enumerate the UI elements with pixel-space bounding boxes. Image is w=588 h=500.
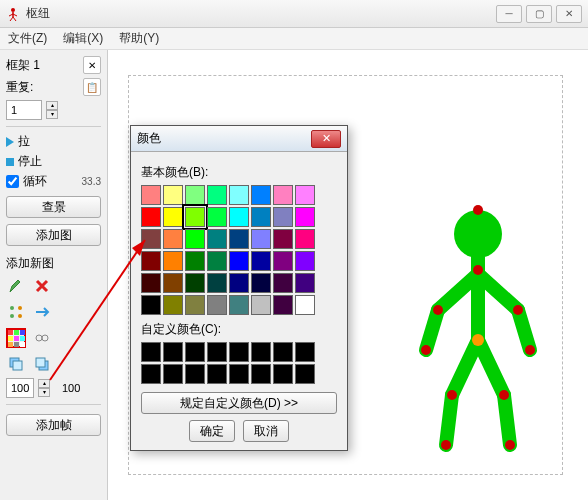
minimize-button[interactable]: ─ <box>496 5 522 23</box>
color-swatch[interactable] <box>295 251 315 271</box>
custom-swatch[interactable] <box>251 342 271 362</box>
custom-swatch[interactable] <box>163 342 183 362</box>
color-swatch[interactable] <box>163 207 183 227</box>
custom-swatch[interactable] <box>141 364 161 384</box>
color-swatch[interactable] <box>207 295 227 315</box>
color-swatch[interactable] <box>273 185 293 205</box>
color-swatch[interactable] <box>163 185 183 205</box>
dialog-titlebar[interactable]: 颜色 ✕ <box>131 126 347 152</box>
color-palette-button[interactable] <box>6 328 26 348</box>
add-image-button[interactable]: 添加图 <box>6 224 101 246</box>
scale-a-spinner[interactable]: ▴▾ <box>38 379 50 397</box>
repeat-spinner[interactable]: ▴▾ <box>46 101 58 119</box>
color-swatch[interactable] <box>141 273 161 293</box>
close-button[interactable]: ✕ <box>556 5 582 23</box>
color-swatch[interactable] <box>163 295 183 315</box>
stop-button[interactable]: 停止 <box>6 153 101 170</box>
color-swatch[interactable] <box>229 207 249 227</box>
join-icon[interactable] <box>32 328 52 348</box>
delete-icon[interactable] <box>32 276 52 296</box>
scale-b-value: 100 <box>62 382 80 394</box>
color-swatch[interactable] <box>273 273 293 293</box>
add-frame-button[interactable]: 添加帧 <box>6 414 101 436</box>
color-swatch[interactable] <box>207 185 227 205</box>
color-swatch[interactable] <box>141 207 161 227</box>
svg-point-11 <box>42 335 48 341</box>
color-swatch[interactable] <box>185 273 205 293</box>
color-swatch[interactable] <box>185 185 205 205</box>
svg-point-7 <box>18 306 22 310</box>
layer-front-icon[interactable] <box>6 354 26 374</box>
stick-figure[interactable] <box>388 200 568 460</box>
menu-edit[interactable]: 编辑(X) <box>63 30 103 47</box>
color-swatch[interactable] <box>295 207 315 227</box>
color-swatch[interactable] <box>295 273 315 293</box>
color-swatch[interactable] <box>207 251 227 271</box>
color-swatch[interactable] <box>141 185 161 205</box>
layer-back-icon[interactable] <box>32 354 52 374</box>
custom-swatch[interactable] <box>185 342 205 362</box>
color-swatch[interactable] <box>207 207 227 227</box>
color-swatch[interactable] <box>163 251 183 271</box>
play-button[interactable]: 拉 <box>6 133 101 150</box>
repeat-input[interactable] <box>6 100 42 120</box>
cancel-button[interactable]: 取消 <box>243 420 289 442</box>
color-swatch[interactable] <box>251 185 271 205</box>
pencil-icon[interactable] <box>6 276 26 296</box>
color-swatch[interactable] <box>163 273 183 293</box>
color-swatch[interactable] <box>273 207 293 227</box>
color-swatch[interactable] <box>251 251 271 271</box>
color-swatch[interactable] <box>295 229 315 249</box>
custom-swatch[interactable] <box>229 364 249 384</box>
color-swatch[interactable] <box>295 295 315 315</box>
custom-swatch[interactable] <box>141 342 161 362</box>
color-swatch[interactable] <box>185 207 205 227</box>
menu-help[interactable]: 帮助(Y) <box>119 30 159 47</box>
custom-swatch[interactable] <box>207 342 227 362</box>
custom-swatch[interactable] <box>295 364 315 384</box>
custom-swatch[interactable] <box>273 342 293 362</box>
color-swatch[interactable] <box>229 229 249 249</box>
color-swatch[interactable] <box>185 295 205 315</box>
color-swatch[interactable] <box>141 229 161 249</box>
custom-swatch[interactable] <box>295 342 315 362</box>
color-swatch[interactable] <box>251 207 271 227</box>
color-swatch[interactable] <box>185 229 205 249</box>
define-custom-button[interactable]: 规定自定义颜色(D) >> <box>141 392 337 414</box>
color-swatch[interactable] <box>163 229 183 249</box>
color-swatch[interactable] <box>141 295 161 315</box>
color-swatch[interactable] <box>229 251 249 271</box>
maximize-button[interactable]: ▢ <box>526 5 552 23</box>
remove-frame-button[interactable]: ✕ <box>83 56 101 74</box>
color-swatch[interactable] <box>295 185 315 205</box>
color-swatch[interactable] <box>229 295 249 315</box>
dialog-close-button[interactable]: ✕ <box>311 130 341 148</box>
custom-swatch[interactable] <box>251 364 271 384</box>
color-swatch[interactable] <box>229 185 249 205</box>
frame-label: 框架 1 <box>6 57 83 74</box>
color-swatch[interactable] <box>207 273 227 293</box>
color-swatch[interactable] <box>207 229 227 249</box>
custom-swatch[interactable] <box>229 342 249 362</box>
arrows-icon[interactable] <box>32 302 52 322</box>
custom-swatch[interactable] <box>273 364 293 384</box>
custom-swatch[interactable] <box>185 364 205 384</box>
color-swatch[interactable] <box>273 229 293 249</box>
color-swatch[interactable] <box>251 273 271 293</box>
color-swatch[interactable] <box>251 229 271 249</box>
copy-frame-button[interactable]: 📋 <box>83 78 101 96</box>
menu-file[interactable]: 文件(Z) <box>8 30 47 47</box>
color-swatch[interactable] <box>251 295 271 315</box>
ok-button[interactable]: 确定 <box>189 420 235 442</box>
color-swatch[interactable] <box>141 251 161 271</box>
custom-swatch[interactable] <box>163 364 183 384</box>
color-swatch[interactable] <box>273 295 293 315</box>
color-swatch[interactable] <box>185 251 205 271</box>
loop-checkbox[interactable] <box>6 175 19 188</box>
sticks-icon[interactable] <box>6 302 26 322</box>
color-swatch[interactable] <box>273 251 293 271</box>
custom-swatch[interactable] <box>207 364 227 384</box>
scale-a-input[interactable] <box>6 378 34 398</box>
background-button[interactable]: 查景 <box>6 196 101 218</box>
color-swatch[interactable] <box>229 273 249 293</box>
